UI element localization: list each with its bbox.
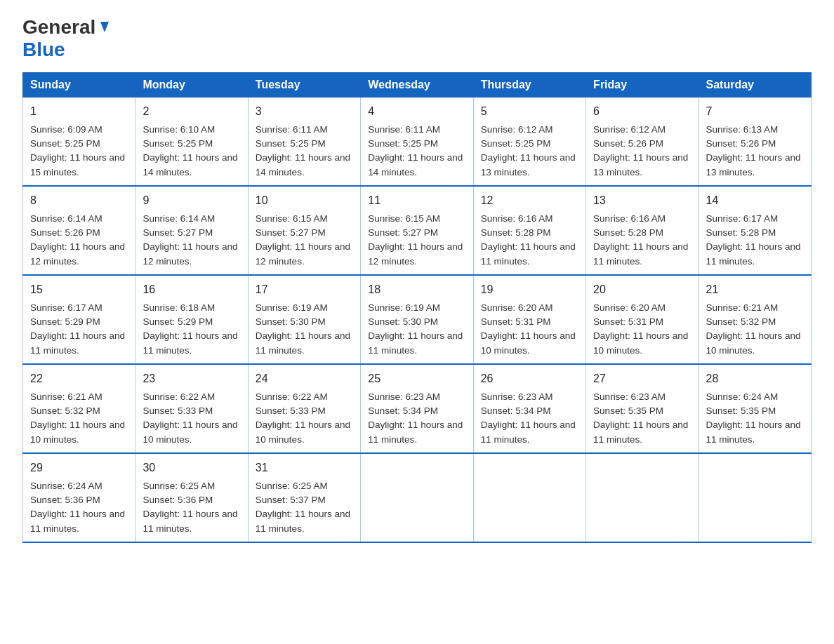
daylight-text: Daylight: 11 hours and 15 minutes. bbox=[30, 152, 125, 177]
daylight-text: Daylight: 11 hours and 10 minutes. bbox=[30, 420, 125, 444]
day-number: 20 bbox=[593, 281, 691, 298]
daylight-text: Daylight: 11 hours and 10 minutes. bbox=[256, 420, 350, 444]
sunrise-text: Sunrise: 6:17 AM bbox=[706, 213, 779, 224]
sunset-text: Sunset: 5:27 PM bbox=[143, 227, 213, 238]
day-number: 19 bbox=[481, 281, 578, 298]
logo-blue: Blue bbox=[22, 39, 65, 61]
sunrise-text: Sunrise: 6:10 AM bbox=[143, 124, 215, 135]
calendar-cell: 16 Sunrise: 6:18 AM Sunset: 5:29 PM Dayl… bbox=[135, 275, 248, 364]
day-number: 11 bbox=[368, 192, 465, 209]
sunrise-text: Sunrise: 6:15 AM bbox=[368, 213, 440, 224]
sunset-text: Sunset: 5:35 PM bbox=[593, 405, 663, 416]
sunset-text: Sunset: 5:26 PM bbox=[706, 138, 776, 149]
sunrise-text: Sunrise: 6:11 AM bbox=[368, 124, 440, 135]
calendar-cell: 15 Sunrise: 6:17 AM Sunset: 5:29 PM Dayl… bbox=[23, 275, 135, 364]
sunrise-text: Sunrise: 6:23 AM bbox=[593, 391, 666, 402]
sunset-text: Sunset: 5:30 PM bbox=[368, 316, 438, 327]
daylight-text: Daylight: 11 hours and 11 minutes. bbox=[256, 509, 350, 533]
sunset-text: Sunset: 5:27 PM bbox=[368, 227, 438, 238]
sunrise-text: Sunrise: 6:21 AM bbox=[30, 391, 102, 402]
calendar-cell: 10 Sunrise: 6:15 AM Sunset: 5:27 PM Dayl… bbox=[248, 186, 360, 275]
daylight-text: Daylight: 11 hours and 10 minutes. bbox=[143, 420, 237, 444]
calendar-cell bbox=[699, 453, 811, 542]
calendar-cell: 13 Sunrise: 6:16 AM Sunset: 5:28 PM Dayl… bbox=[586, 186, 699, 275]
week-row-4: 22 Sunrise: 6:21 AM Sunset: 5:32 PM Dayl… bbox=[23, 364, 812, 453]
sunset-text: Sunset: 5:34 PM bbox=[368, 405, 438, 416]
sunrise-text: Sunrise: 6:15 AM bbox=[256, 213, 328, 224]
sunrise-text: Sunrise: 6:25 AM bbox=[256, 481, 328, 491]
calendar-cell bbox=[586, 453, 699, 542]
sunset-text: Sunset: 5:25 PM bbox=[143, 138, 213, 149]
sunset-text: Sunset: 5:31 PM bbox=[593, 316, 663, 327]
sunrise-text: Sunrise: 6:20 AM bbox=[593, 302, 666, 313]
daylight-text: Daylight: 11 hours and 11 minutes. bbox=[481, 241, 576, 266]
daylight-text: Daylight: 11 hours and 10 minutes. bbox=[706, 330, 801, 355]
calendar-cell: 11 Sunrise: 6:15 AM Sunset: 5:27 PM Dayl… bbox=[361, 186, 473, 275]
day-number: 10 bbox=[256, 192, 353, 209]
day-number: 18 bbox=[368, 281, 465, 298]
day-number: 29 bbox=[30, 459, 128, 476]
calendar-cell: 28 Sunrise: 6:24 AM Sunset: 5:35 PM Dayl… bbox=[699, 364, 811, 453]
day-number: 6 bbox=[593, 103, 691, 120]
day-number: 3 bbox=[256, 103, 353, 120]
calendar-cell: 12 Sunrise: 6:16 AM Sunset: 5:28 PM Dayl… bbox=[473, 186, 585, 275]
daylight-text: Daylight: 11 hours and 11 minutes. bbox=[593, 241, 688, 266]
day-number: 22 bbox=[30, 370, 128, 387]
calendar-cell: 19 Sunrise: 6:20 AM Sunset: 5:31 PM Dayl… bbox=[473, 275, 585, 364]
sunrise-text: Sunrise: 6:21 AM bbox=[706, 302, 779, 313]
sunset-text: Sunset: 5:28 PM bbox=[593, 227, 663, 238]
sunrise-text: Sunrise: 6:12 AM bbox=[593, 124, 666, 135]
week-row-5: 29 Sunrise: 6:24 AM Sunset: 5:36 PM Dayl… bbox=[23, 453, 812, 542]
day-number: 16 bbox=[143, 281, 240, 298]
week-row-2: 8 Sunrise: 6:14 AM Sunset: 5:26 PM Dayli… bbox=[23, 186, 812, 275]
sunset-text: Sunset: 5:33 PM bbox=[256, 405, 326, 416]
sunset-text: Sunset: 5:30 PM bbox=[256, 316, 326, 327]
sunset-text: Sunset: 5:35 PM bbox=[706, 405, 776, 416]
calendar-cell: 25 Sunrise: 6:23 AM Sunset: 5:34 PM Dayl… bbox=[361, 364, 473, 453]
day-number: 5 bbox=[481, 103, 578, 120]
calendar-cell: 8 Sunrise: 6:14 AM Sunset: 5:26 PM Dayli… bbox=[23, 186, 135, 275]
calendar-cell: 2 Sunrise: 6:10 AM Sunset: 5:25 PM Dayli… bbox=[135, 97, 248, 186]
daylight-text: Daylight: 11 hours and 11 minutes. bbox=[143, 509, 237, 533]
day-number: 9 bbox=[143, 192, 240, 209]
daylight-text: Daylight: 11 hours and 11 minutes. bbox=[30, 509, 125, 533]
sunset-text: Sunset: 5:25 PM bbox=[368, 138, 438, 149]
sunset-text: Sunset: 5:34 PM bbox=[481, 405, 551, 416]
calendar-cell: 24 Sunrise: 6:22 AM Sunset: 5:33 PM Dayl… bbox=[248, 364, 360, 453]
calendar-cell: 1 Sunrise: 6:09 AM Sunset: 5:25 PM Dayli… bbox=[23, 97, 135, 186]
sunset-text: Sunset: 5:26 PM bbox=[30, 227, 100, 238]
sunset-text: Sunset: 5:25 PM bbox=[30, 138, 100, 149]
sunset-text: Sunset: 5:25 PM bbox=[256, 138, 326, 149]
sunrise-text: Sunrise: 6:19 AM bbox=[368, 302, 440, 313]
day-header-monday: Monday bbox=[135, 72, 248, 97]
day-number: 8 bbox=[30, 192, 128, 209]
svg-marker-0 bbox=[100, 22, 109, 32]
daylight-text: Daylight: 11 hours and 11 minutes. bbox=[706, 420, 801, 444]
calendar-cell: 7 Sunrise: 6:13 AM Sunset: 5:26 PM Dayli… bbox=[699, 97, 811, 186]
calendar-cell: 26 Sunrise: 6:23 AM Sunset: 5:34 PM Dayl… bbox=[473, 364, 585, 453]
daylight-text: Daylight: 11 hours and 11 minutes. bbox=[481, 420, 576, 444]
sunrise-text: Sunrise: 6:16 AM bbox=[481, 213, 553, 224]
day-number: 17 bbox=[256, 281, 353, 298]
sunset-text: Sunset: 5:25 PM bbox=[481, 138, 551, 149]
calendar-cell: 4 Sunrise: 6:11 AM Sunset: 5:25 PM Dayli… bbox=[361, 97, 473, 186]
daylight-text: Daylight: 11 hours and 11 minutes. bbox=[706, 241, 801, 266]
sunset-text: Sunset: 5:28 PM bbox=[481, 227, 551, 238]
sunset-text: Sunset: 5:28 PM bbox=[706, 227, 776, 238]
daylight-text: Daylight: 11 hours and 12 minutes. bbox=[368, 241, 463, 266]
day-number: 15 bbox=[30, 281, 128, 298]
day-number: 23 bbox=[143, 370, 240, 387]
calendar-cell: 3 Sunrise: 6:11 AM Sunset: 5:25 PM Dayli… bbox=[248, 97, 360, 186]
sunrise-text: Sunrise: 6:14 AM bbox=[143, 213, 215, 224]
sunrise-text: Sunrise: 6:12 AM bbox=[481, 124, 553, 135]
calendar-cell bbox=[361, 453, 473, 542]
sunrise-text: Sunrise: 6:23 AM bbox=[481, 391, 553, 402]
calendar-cell: 9 Sunrise: 6:14 AM Sunset: 5:27 PM Dayli… bbox=[135, 186, 248, 275]
daylight-text: Daylight: 11 hours and 13 minutes. bbox=[593, 152, 688, 177]
sunrise-text: Sunrise: 6:24 AM bbox=[706, 391, 779, 402]
calendar-cell: 6 Sunrise: 6:12 AM Sunset: 5:26 PM Dayli… bbox=[586, 97, 699, 186]
sunrise-text: Sunrise: 6:20 AM bbox=[481, 302, 553, 313]
day-number: 26 bbox=[481, 370, 578, 387]
calendar-cell: 29 Sunrise: 6:24 AM Sunset: 5:36 PM Dayl… bbox=[23, 453, 135, 542]
calendar-cell: 14 Sunrise: 6:17 AM Sunset: 5:28 PM Dayl… bbox=[699, 186, 811, 275]
